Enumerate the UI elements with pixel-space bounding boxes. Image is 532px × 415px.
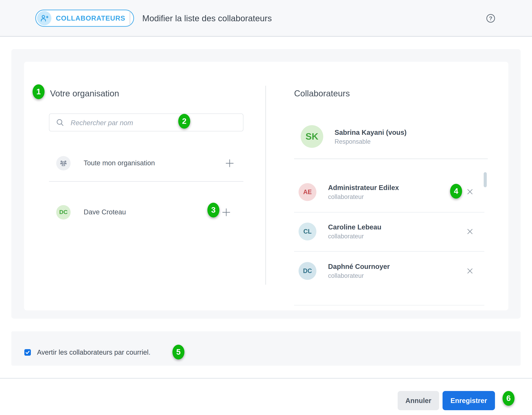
organization-title: Votre organisation bbox=[50, 88, 119, 98]
plus-icon bbox=[221, 208, 231, 217]
step-marker-2: 2 bbox=[178, 114, 190, 129]
step-marker-1: 1 bbox=[33, 84, 45, 99]
content-card bbox=[24, 62, 508, 310]
organization-avatar bbox=[56, 156, 71, 170]
owner-name: Sabrina Kayani (vous) bbox=[334, 129, 407, 136]
close-icon bbox=[466, 268, 473, 274]
avatar: DC bbox=[299, 262, 316, 280]
collaborators-title: Collaborateurs bbox=[294, 88, 350, 98]
footer-divider bbox=[0, 378, 532, 379]
step-marker-6: 6 bbox=[503, 391, 514, 406]
remove-collaborator-button[interactable] bbox=[466, 228, 474, 235]
header-divider bbox=[130, 11, 130, 25]
collaborator-name: Daphné Cournoyer bbox=[328, 263, 390, 270]
add-organization-button[interactable] bbox=[225, 158, 235, 168]
help-icon[interactable]: ? bbox=[486, 14, 495, 23]
remove-collaborator-button[interactable] bbox=[466, 188, 474, 195]
search-input[interactable] bbox=[70, 114, 236, 132]
badge-label: COLLABORATEURS bbox=[56, 14, 125, 22]
collaborator-role: collaborateur bbox=[328, 272, 364, 280]
list-divider bbox=[294, 305, 484, 305]
top-bar: COLLABORATEURS Modifier la liste des col… bbox=[0, 0, 532, 37]
list-divider bbox=[49, 181, 243, 182]
step-marker-4: 4 bbox=[450, 184, 462, 199]
collaborators-dialog: COLLABORATEURS Modifier la liste des col… bbox=[0, 0, 532, 415]
page-title: Modifier la liste des collaborateurs bbox=[142, 13, 272, 23]
avatar: CL bbox=[299, 222, 316, 241]
step-marker-5: 5 bbox=[172, 345, 184, 359]
owner-role: Responsable bbox=[334, 138, 370, 145]
organization-item-label: Toute mon organisation bbox=[84, 159, 155, 167]
avatar: DC bbox=[56, 205, 71, 220]
plus-icon bbox=[225, 158, 235, 168]
search-box bbox=[49, 114, 243, 131]
collaborator-role: collaborateur bbox=[328, 233, 364, 240]
cancel-button[interactable]: Annuler bbox=[398, 391, 439, 410]
collaborator-name: Caroline Lebeau bbox=[328, 223, 381, 231]
notify-checkbox[interactable] bbox=[24, 349, 31, 356]
avatar: SK bbox=[301, 125, 323, 148]
close-icon bbox=[466, 228, 473, 235]
column-divider bbox=[265, 86, 266, 285]
list-divider bbox=[294, 212, 484, 212]
close-icon bbox=[466, 188, 473, 195]
check-icon bbox=[25, 350, 30, 355]
list-divider bbox=[294, 251, 484, 251]
collaborator-role: collaborateur bbox=[328, 193, 364, 201]
collaborators-badge: COLLABORATEURS bbox=[35, 10, 134, 27]
collaborator-name: Administrateur Edilex bbox=[328, 184, 399, 192]
organization-item-label: Dave Croteau bbox=[84, 208, 126, 216]
avatar: AE bbox=[299, 183, 316, 201]
organization-group-icon bbox=[59, 159, 68, 168]
list-divider bbox=[294, 158, 488, 159]
scrollbar-thumb[interactable] bbox=[484, 172, 487, 187]
remove-collaborator-button[interactable] bbox=[466, 267, 474, 275]
search-icon bbox=[56, 118, 65, 128]
step-marker-3: 3 bbox=[207, 203, 219, 217]
person-plus-icon bbox=[37, 11, 51, 25]
save-button[interactable]: Enregistrer bbox=[443, 391, 495, 410]
notify-label: Avertir les collaborateurs par courriel. bbox=[37, 348, 151, 356]
add-person-button[interactable] bbox=[221, 208, 231, 217]
